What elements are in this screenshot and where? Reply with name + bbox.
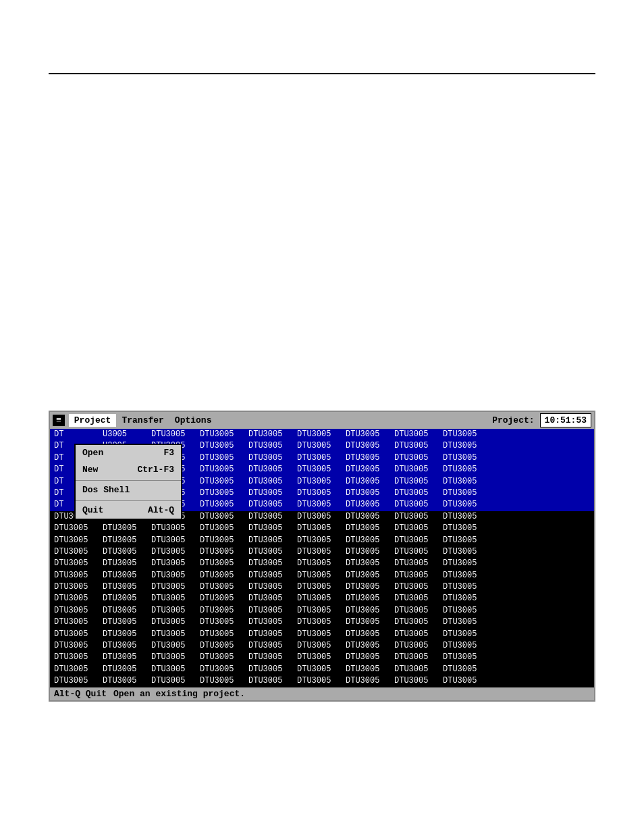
grid-cell: DTU3005 <box>53 605 101 617</box>
grid-cell: DTU3005 <box>441 452 490 464</box>
grid-cell: DTU3005 <box>296 464 344 475</box>
grid-cell: DTU3005 <box>150 593 198 604</box>
grid-cell: DTU3005 <box>150 617 198 628</box>
grid-cell: DTU3005 <box>344 440 393 452</box>
project-dropdown-menu: Open F3 New Ctrl-F3 Dos Shell Quit Alt-Q <box>74 444 182 520</box>
grid-cell: DTU3005 <box>53 629 101 640</box>
menu-transfer[interactable]: Transfer <box>116 414 169 427</box>
grid-row: DTU3005 DTU3005 DTU3005 DTU3005 DTU3005 … <box>50 546 594 558</box>
grid-cell: DTU3005 <box>150 640 198 652</box>
grid-cell: DTU3005 <box>296 535 344 546</box>
grid-cell: DTU3005 <box>296 440 344 452</box>
grid-cell: DTU3005 <box>150 581 198 593</box>
menu-item-quit-shortcut: Alt-Q <box>148 504 174 517</box>
grid-cell: DTU3005 <box>101 675 150 687</box>
grid-row: DTU3005 DTU3005 DTU3005 DTU3005 DTU3005 … <box>50 640 594 652</box>
menu-separator <box>76 480 181 481</box>
grid-cell: DTU3005 <box>296 593 344 604</box>
grid-cell: DT <box>53 429 101 440</box>
grid-cell: DTU3005 <box>344 499 393 511</box>
grid-cell: DTU3005 <box>296 558 344 569</box>
grid-cell: DTU3005 <box>101 535 150 546</box>
grid-cell: DTU3005 <box>198 535 247 546</box>
grid-cell: DTU3005 <box>247 488 296 499</box>
grid-cell: DTU3005 <box>393 499 441 511</box>
grid-cell: DTU3005 <box>101 664 150 675</box>
grid-cell: DTU3005 <box>247 535 296 546</box>
grid-cell: DTU3005 <box>344 488 393 499</box>
grid-cell: DTU3005 <box>441 523 490 534</box>
grid-cell: DTU3005 <box>393 652 441 663</box>
grid-cell: DTU3005 <box>441 617 490 628</box>
grid-cell: DTU3005 <box>441 488 490 499</box>
grid-cell: DTU3005 <box>247 640 296 652</box>
status-shortcut: Alt-Q Quit <box>54 689 107 699</box>
grid-cell: DTU3005 <box>198 499 247 511</box>
grid-cell: U3005 <box>101 429 150 440</box>
grid-cell: DTU3005 <box>53 535 101 546</box>
grid-cell: DTU3005 <box>101 605 150 617</box>
grid-cell: DTU3005 <box>198 523 247 534</box>
grid-cell: DTU3005 <box>393 640 441 652</box>
grid-cell: DTU3005 <box>441 511 490 523</box>
grid-cell: DTU3005 <box>247 570 296 581</box>
grid-cell: DTU3005 <box>344 652 393 663</box>
grid-cell: DTU3005 <box>393 464 441 475</box>
grid-cell: DTU3005 <box>247 593 296 604</box>
grid-cell: DTU3005 <box>198 652 247 663</box>
grid-cell: DTU3005 <box>101 593 150 604</box>
grid-cell: DTU3005 <box>344 452 393 464</box>
grid-cell: DTU3005 <box>198 605 247 617</box>
grid-cell: DTU3005 <box>53 640 101 652</box>
menu-item-open-label: Open <box>82 447 103 460</box>
menu-project[interactable]: Project <box>69 414 117 427</box>
menu-item-new[interactable]: New Ctrl-F3 <box>76 462 181 479</box>
menu-options[interactable]: Options <box>169 414 217 427</box>
grid-cell: DTU3005 <box>101 640 150 652</box>
page-container: ≡ Project Transfer Options Project: 10:5… <box>0 0 644 834</box>
grid-cell: DTU3005 <box>198 546 247 558</box>
grid-cell: DTU3005 <box>393 593 441 604</box>
grid-cell: DTU3005 <box>441 464 490 475</box>
grid-cell: DTU3005 <box>150 429 198 440</box>
grid-cell: DTU3005 <box>344 629 393 640</box>
menu-item-open[interactable]: Open F3 <box>76 445 181 462</box>
grid-cell: DTU3005 <box>247 629 296 640</box>
grid-cell: DTU3005 <box>247 464 296 475</box>
grid-cell: DTU3005 <box>150 629 198 640</box>
status-description: Open an existing project. <box>113 689 245 699</box>
grid-cell: DTU3005 <box>296 605 344 617</box>
grid-cell: DTU3005 <box>393 488 441 499</box>
grid-cell: DTU3005 <box>247 523 296 534</box>
grid-cell: DTU3005 <box>344 593 393 604</box>
grid-row: DTU3005 DTU3005 DTU3005 DTU3005 DTU3005 … <box>50 535 594 546</box>
menu-item-quit[interactable]: Quit Alt-Q <box>76 502 181 519</box>
grid-cell: DTU3005 <box>393 581 441 593</box>
grid-cell: DTU3005 <box>247 652 296 663</box>
grid-cell: DTU3005 <box>53 593 101 604</box>
grid-cell: DTU3005 <box>393 546 441 558</box>
grid-cell: DTU3005 <box>296 617 344 628</box>
grid-cell: DTU3005 <box>393 675 441 687</box>
grid-cell: DTU3005 <box>344 429 393 440</box>
system-menu-button[interactable]: ≡ <box>53 415 65 426</box>
grid-cell: DTU3005 <box>393 570 441 581</box>
grid-cell: DTU3005 <box>198 464 247 475</box>
grid-cell: DTU3005 <box>150 652 198 663</box>
grid-cell: DTU3005 <box>296 523 344 534</box>
grid-cell: DTU3005 <box>393 511 441 523</box>
menu-item-dos-shell[interactable]: Dos Shell <box>76 482 181 499</box>
grid-cell: DTU3005 <box>198 593 247 604</box>
grid-cell: DTU3005 <box>441 640 490 652</box>
grid-cell: DTU3005 <box>247 605 296 617</box>
grid-cell: DTU3005 <box>150 546 198 558</box>
menu-item-new-label: New <box>82 464 98 477</box>
grid-cell: DTU3005 <box>344 511 393 523</box>
grid-cell: DTU3005 <box>296 640 344 652</box>
grid-cell: DTU3005 <box>296 664 344 675</box>
grid-cell: DTU3005 <box>441 570 490 581</box>
grid-cell: DTU3005 <box>150 535 198 546</box>
grid-cell: DTU3005 <box>441 558 490 569</box>
grid-cell: DTU3005 <box>441 652 490 663</box>
grid-cell: DTU3005 <box>247 440 296 452</box>
